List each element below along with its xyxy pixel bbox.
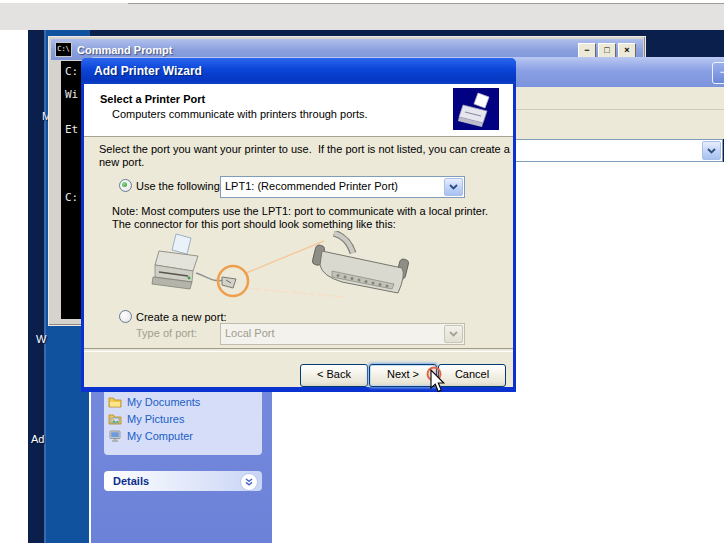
port-combobox-value: LPT1: (Recommended Printer Port) — [225, 180, 398, 192]
console-line: Et — [65, 123, 78, 136]
chevron-down-icon — [444, 325, 463, 343]
cancel-button[interactable]: Cancel — [438, 364, 506, 387]
next-button[interactable]: Next > — [369, 364, 437, 387]
folder-pictures-icon — [108, 413, 122, 425]
small-connector-graphic — [222, 277, 236, 288]
note-text-line2: The connector for this port should look … — [112, 218, 396, 230]
intro-text-line1: Select the port you want your printer to… — [99, 143, 510, 155]
link-my-pictures[interactable]: My Pictures — [108, 411, 184, 427]
details-panel-header[interactable]: Details — [104, 471, 262, 491]
minimize-button[interactable]: − — [712, 62, 724, 84]
top-divider-line — [128, 3, 724, 4]
printer-port-illustration — [146, 231, 426, 309]
link-label[interactable]: My Computer — [127, 430, 193, 442]
wizard-footer: < Back Next > Cancel — [84, 350, 513, 387]
screen: Re Moz W Ad C:\ Command Prompt − □ × C: … — [0, 0, 724, 543]
link-label[interactable]: My Pictures — [127, 413, 184, 425]
console-line: C: — [65, 191, 78, 204]
printer-icon — [453, 88, 499, 130]
note-text-line1: Note: Most computers use the LPT1: port … — [112, 205, 488, 217]
desktop-icon-label[interactable]: W — [36, 333, 46, 345]
use-following-port-radio[interactable] — [119, 179, 132, 192]
wizard-client-area: Select a Printer Port Computers communic… — [84, 84, 513, 387]
create-new-port-radio[interactable] — [119, 310, 132, 323]
back-button[interactable]: < Back — [300, 364, 368, 387]
wizard-body: Select the port you want your printer to… — [84, 137, 513, 347]
parallel-connector-graphic — [312, 233, 410, 293]
collapse-chevron-icon[interactable] — [240, 473, 258, 491]
wizard-titlebar[interactable]: Add Printer Wizard — [81, 58, 516, 84]
link-label[interactable]: My Documents — [127, 396, 200, 408]
link-my-computer[interactable]: My Computer — [108, 428, 193, 444]
console-line: C: — [65, 65, 78, 78]
details-label: Details — [113, 475, 149, 487]
wizard-title: Add Printer Wizard — [94, 64, 202, 78]
wizard-header-title: Select a Printer Port — [100, 93, 205, 105]
intro-text-line2: new port. — [99, 156, 144, 168]
desktop-icon-label[interactable]: Ad — [31, 433, 44, 445]
port-combobox[interactable]: LPT1: (Recommended Printer Port) — [220, 176, 465, 198]
console-line: Wi — [65, 88, 78, 101]
folder-documents-icon — [108, 396, 122, 408]
computer-icon — [108, 430, 122, 442]
printer-graphic — [152, 234, 198, 289]
port-type-value: Local Port — [225, 327, 275, 339]
chevron-down-icon[interactable] — [444, 178, 463, 196]
add-printer-wizard-dialog: Add Printer Wizard Select a Printer Port… — [81, 58, 516, 392]
command-prompt-icon: C:\ — [55, 42, 72, 57]
command-prompt-title: Command Prompt — [77, 44, 172, 56]
wizard-header: Select a Printer Port Computers communic… — [84, 84, 513, 137]
type-of-port-label: Type of port: — [136, 327, 197, 339]
port-type-combobox: Local Port — [220, 323, 465, 345]
wizard-header-subtitle: Computers communicate with printers thro… — [112, 108, 368, 120]
chevron-down-icon[interactable] — [702, 141, 721, 160]
top-gray-band — [0, 3, 724, 30]
link-my-documents[interactable]: My Documents — [108, 394, 200, 410]
create-new-port-label[interactable]: Create a new port: — [136, 311, 227, 323]
